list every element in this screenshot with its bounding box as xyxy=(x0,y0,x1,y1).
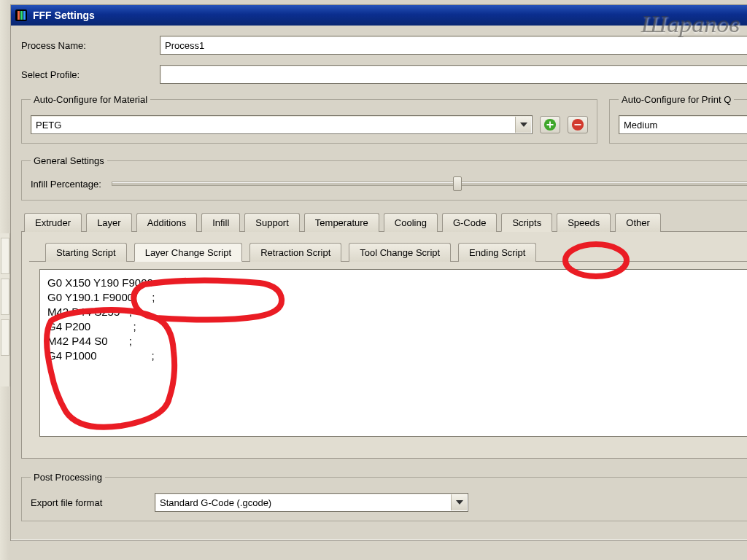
quality-value: Medium xyxy=(624,120,657,131)
general-settings-legend: General Settings xyxy=(31,155,107,166)
export-format-label: Export file format xyxy=(31,497,155,508)
tab-infill[interactable]: Infill xyxy=(201,213,240,232)
general-settings-groupbox: General Settings Infill Percentage: xyxy=(21,155,747,201)
post-processing-groupbox: Post Processing Export file format Stand… xyxy=(21,472,747,521)
tab-scripts[interactable]: Scripts xyxy=(501,213,552,232)
quality-dropdown[interactable]: Medium xyxy=(619,115,747,134)
dialog-title: FFF Settings xyxy=(33,9,95,21)
chevron-down-icon xyxy=(451,494,467,510)
left-toolbar-strip xyxy=(0,233,10,386)
tab-other[interactable]: Other xyxy=(615,213,661,232)
tab-cooling[interactable]: Cooling xyxy=(384,213,438,232)
material-legend: Auto-Configure for Material xyxy=(31,94,150,105)
tab-extruder[interactable]: Extruder xyxy=(24,213,82,232)
subtab-layer-change-script[interactable]: Layer Change Script xyxy=(134,243,243,262)
material-value: PETG xyxy=(36,120,61,131)
tab-support[interactable]: Support xyxy=(244,213,300,232)
slider-thumb[interactable] xyxy=(453,176,462,191)
select-profile-label: Select Profile: xyxy=(21,69,160,80)
watermark-text: Шарапов xyxy=(641,10,740,38)
select-profile-dropdown[interactable] xyxy=(160,65,747,84)
process-name-input[interactable] xyxy=(160,36,747,55)
tab-g-code[interactable]: G-Code xyxy=(442,213,498,232)
process-name-label: Process Name: xyxy=(21,40,160,51)
add-material-button[interactable] xyxy=(540,116,560,133)
tab-temperature[interactable]: Temperature xyxy=(304,213,379,232)
post-processing-legend: Post Processing xyxy=(31,472,105,483)
app-icon xyxy=(15,9,27,21)
quality-legend: Auto-Configure for Print Q xyxy=(619,94,734,105)
export-format-dropdown[interactable]: Standard G-Code (.gcode) xyxy=(155,493,468,512)
tab-speeds[interactable]: Speeds xyxy=(557,213,611,232)
scripts-panel: Starting ScriptLayer Change ScriptRetrac… xyxy=(21,231,747,459)
dialog-titlebar[interactable]: FFF Settings xyxy=(11,5,747,26)
remove-material-button[interactable] xyxy=(568,116,588,133)
layer-change-script-textarea[interactable] xyxy=(39,269,747,437)
tab-layer[interactable]: Layer xyxy=(86,213,132,232)
material-groupbox: Auto-Configure for Material PETG xyxy=(21,94,597,144)
tab-additions[interactable]: Additions xyxy=(136,213,197,232)
export-format-value: Standard G-Code (.gcode) xyxy=(160,497,271,508)
subtab-retraction-script[interactable]: Retraction Script xyxy=(249,243,341,262)
infill-slider[interactable] xyxy=(112,176,747,191)
infill-percentage-label: Infill Percentage: xyxy=(31,179,101,190)
minus-icon xyxy=(571,118,584,131)
main-tabstrip: ExtruderLayerAdditionsInfillSupportTempe… xyxy=(21,212,747,232)
fff-settings-dialog: FFF Settings Process Name: Select Profil… xyxy=(10,4,747,541)
scripts-subtabstrip: Starting ScriptLayer Change ScriptRetrac… xyxy=(29,239,747,262)
material-dropdown[interactable]: PETG xyxy=(31,115,533,134)
subtab-tool-change-script[interactable]: Tool Change Script xyxy=(349,243,451,262)
subtab-starting-script[interactable]: Starting Script xyxy=(45,243,127,262)
plus-icon xyxy=(543,118,557,131)
quality-groupbox: Auto-Configure for Print Q Medium xyxy=(609,94,747,144)
chevron-down-icon xyxy=(515,117,531,133)
subtab-ending-script[interactable]: Ending Script xyxy=(458,243,536,262)
